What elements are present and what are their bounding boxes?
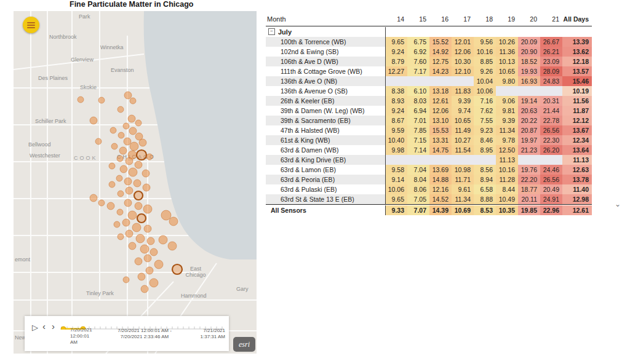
table-row[interactable]: 63rd & Peoria (EB)9.148.0414.8811.718.94…	[266, 175, 592, 184]
table-row[interactable]: 63rd St & State 13 E (EB)9.657.0514.5211…	[266, 194, 592, 204]
column-header-day[interactable]: 21	[540, 15, 562, 23]
table-row[interactable]: 47th & Halsted (WB)9.597.8515.5311.499.2…	[266, 125, 592, 135]
sensor-point[interactable]	[78, 97, 84, 103]
column-header-day[interactable]: 14	[385, 15, 407, 23]
sensor-point[interactable]	[118, 106, 124, 113]
group-row-july[interactable]: −July	[266, 26, 592, 37]
sensor-point[interactable]	[109, 163, 115, 169]
sensor-point[interactable]	[132, 223, 141, 232]
sensor-point[interactable]	[138, 273, 145, 280]
sensor-point[interactable]	[168, 242, 177, 250]
sensor-point[interactable]	[137, 214, 146, 223]
table-scroll-down-icon[interactable]: ⌄	[615, 200, 621, 208]
table-row[interactable]: 106th & Ave D (WB)8.797.6012.7510.308.85…	[266, 57, 592, 66]
sensor-point[interactable]	[139, 139, 146, 146]
collapse-icon[interactable]: −	[268, 28, 275, 35]
sensor-point[interactable]	[109, 181, 115, 188]
sensor-point[interactable]	[107, 202, 114, 210]
sensor-point[interactable]	[124, 199, 132, 207]
sensor-point[interactable]	[124, 138, 131, 145]
sensor-point[interactable]	[119, 147, 127, 154]
sensor-point[interactable]	[143, 205, 152, 213]
sensor-point[interactable]	[161, 210, 171, 220]
sensor-point[interactable]	[140, 245, 149, 253]
table-row[interactable]: 111th & Cottage Grove (WB)12.277.1714.23…	[266, 66, 592, 76]
sensor-point[interactable]	[172, 264, 182, 274]
sensor-point[interactable]	[129, 168, 137, 176]
sensor-point[interactable]	[128, 211, 137, 220]
column-header-day[interactable]: 18	[474, 15, 496, 23]
sensor-point[interactable]	[124, 178, 132, 185]
table-row[interactable]: 63rd & Damen (WB)9.987.1414.7511.548.951…	[266, 145, 592, 155]
sensor-point[interactable]	[141, 285, 148, 293]
sensor-point[interactable]	[159, 235, 167, 244]
table-row[interactable]: 26th & Keeler (EB)8.938.0312.619.397.169…	[266, 96, 592, 106]
sensor-point[interactable]	[117, 156, 123, 162]
sensor-point[interactable]	[135, 161, 142, 168]
sensor-point[interactable]	[144, 255, 151, 262]
table-row[interactable]: 63rd & Pulaski (EB)10.068.0612.169.616.5…	[266, 184, 592, 194]
sensor-point[interactable]	[135, 258, 142, 265]
sensor-point[interactable]	[135, 120, 142, 126]
sensor-point[interactable]	[114, 221, 120, 228]
sensor-point[interactable]	[144, 225, 151, 232]
column-header-day[interactable]: 17	[452, 15, 474, 23]
sensor-point[interactable]	[126, 187, 133, 194]
sensor-point[interactable]	[90, 117, 97, 124]
sensor-point[interactable]	[120, 165, 127, 173]
table-row[interactable]: 136th & Avenue O (SB)8.386.1013.1811.831…	[266, 86, 592, 96]
table-row[interactable]: 61st & King (WB)10.407.1513.3110.278.469…	[266, 135, 592, 145]
sensor-point[interactable]	[111, 143, 118, 149]
sensor-point[interactable]	[146, 154, 153, 160]
sensor-point[interactable]	[126, 157, 133, 165]
sensor-point[interactable]	[169, 217, 178, 226]
sensor-point[interactable]	[130, 98, 136, 104]
sensor-point[interactable]	[122, 219, 130, 226]
menu-button[interactable]	[23, 17, 39, 33]
sensor-point[interactable]	[134, 180, 141, 187]
sensor-point[interactable]	[118, 191, 124, 197]
column-header-day[interactable]: 20	[518, 15, 540, 23]
column-header-all-days[interactable]: All Days	[562, 15, 592, 23]
table-row[interactable]: 63rd & King Drive (EB)11.1311.13	[266, 155, 592, 165]
sensor-point[interactable]	[129, 127, 137, 135]
sensor-point[interactable]	[116, 175, 122, 181]
sensor-point[interactable]	[143, 184, 150, 191]
table-row[interactable]: 63rd & Lamon (EB)9.587.0413.6910.988.561…	[266, 165, 592, 175]
sensor-point[interactable]	[124, 92, 132, 99]
sensor-point[interactable]	[123, 123, 129, 129]
sensor-point[interactable]	[134, 191, 143, 200]
sensor-point[interactable]	[150, 248, 158, 256]
slider-handle-start[interactable]	[61, 326, 66, 330]
table-row[interactable]: 136th & Ave O (NB)10.049.8016.9324.8315.…	[266, 76, 592, 86]
sensor-point[interactable]	[128, 115, 135, 122]
sensor-point[interactable]	[129, 242, 136, 250]
column-header-day[interactable]: 15	[407, 15, 429, 23]
sensor-point[interactable]	[117, 209, 123, 215]
table-row[interactable]: 39th & Damen (W. Leg) (WB)9.246.9412.069…	[266, 106, 592, 116]
map[interactable]: ParkNorthbrookWinnetkaGlenviewEvanstonDe…	[14, 11, 257, 354]
column-header-day[interactable]: 16	[429, 15, 452, 23]
sensor-point[interactable]	[135, 202, 142, 210]
column-header-month[interactable]: Month	[266, 15, 385, 23]
sensor-point[interactable]	[118, 132, 124, 138]
sensor-point[interactable]	[118, 234, 124, 240]
table-row[interactable]: 39th & Sacramento (EB)8.677.0113.1010.65…	[266, 116, 592, 125]
sensor-point[interactable]	[98, 97, 105, 103]
sensor-point[interactable]	[126, 230, 133, 237]
sensor-point[interactable]	[154, 260, 163, 269]
sensor-point[interactable]	[150, 279, 158, 287]
sensor-point[interactable]	[110, 127, 116, 133]
sensor-point[interactable]	[147, 237, 154, 245]
sensor-point[interactable]	[90, 194, 97, 202]
sensor-point[interactable]	[142, 170, 150, 177]
column-header-day[interactable]: 19	[496, 15, 518, 23]
sensor-point[interactable]	[146, 267, 153, 274]
sensor-point[interactable]	[98, 200, 105, 206]
sensor-point[interactable]	[123, 277, 129, 283]
table-row[interactable]: 102nd & Ewing (SB)9.246.9214.9212.0610.1…	[266, 47, 592, 57]
sensor-point[interactable]	[136, 234, 145, 243]
sensor-point[interactable]	[137, 150, 146, 160]
sensor-point[interactable]	[95, 138, 102, 144]
table-row[interactable]: 100th & Torrence (WB)9.656.7515.5212.019…	[266, 37, 592, 47]
